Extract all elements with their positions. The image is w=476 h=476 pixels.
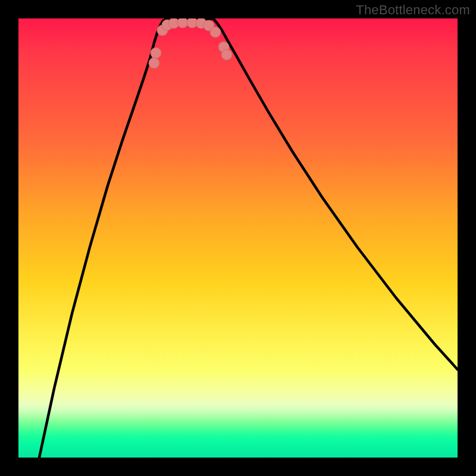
chart-svg [18,18,458,458]
watermark-text: TheBottleneck.com [356,2,470,18]
chart-frame: TheBottleneck.com [0,0,476,476]
curve-thick [39,19,458,458]
curve-thin [39,19,458,458]
data-marker [149,58,159,68]
data-marker [151,48,161,58]
data-marker [210,27,221,37]
plot-area [18,18,458,458]
bottleneck-curve [39,19,458,458]
data-marker [177,18,188,28]
data-marker [221,49,232,60]
